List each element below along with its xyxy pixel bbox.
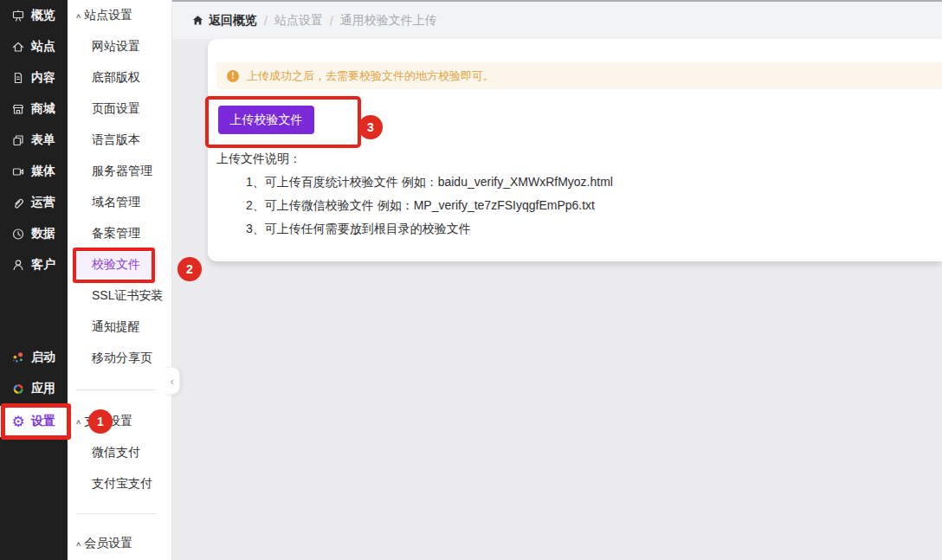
warning-circle-icon: !: [227, 70, 239, 82]
nav-item-operation[interactable]: 运营: [0, 187, 68, 218]
nav-item-content[interactable]: 内容: [0, 62, 68, 93]
main-area: 返回概览 / 站点设置 / 通用校验文件上传 ! 上传成功之后，去需要校验文件的…: [172, 0, 942, 560]
nav-label: 运营: [31, 195, 55, 210]
chevron-left-icon: ‹: [171, 375, 174, 388]
submenu-divider: [76, 389, 156, 390]
submenu-section-member-settings[interactable]: ∧ 会员设置: [68, 528, 171, 559]
nav-item-form[interactable]: 表单: [0, 125, 68, 156]
nav-item-launch[interactable]: 启动: [0, 342, 68, 373]
submenu-item-wechat-pay[interactable]: 微信支付: [68, 437, 171, 468]
annotation-badge-1: 1: [88, 409, 113, 434]
submenu-section-payment-settings[interactable]: ∧ 支付设置: [68, 406, 171, 437]
nav-item-customer[interactable]: 客户: [0, 249, 68, 280]
alert-message: 上传成功之后，去需要校验文件的地方校验即可。: [247, 68, 494, 84]
nav-label: 概览: [31, 8, 55, 23]
paperclip-icon: [11, 196, 25, 209]
breadcrumb-back-link[interactable]: 返回概览: [192, 13, 257, 29]
breadcrumb-separator: /: [264, 14, 268, 28]
launch-dots-icon: [11, 351, 25, 364]
home-filled-icon: [192, 15, 203, 26]
nav-label: 媒体: [31, 164, 55, 179]
submenu-item-server-management[interactable]: 服务器管理: [68, 156, 171, 187]
info-alert: ! 上传成功之后，去需要校验文件的地方校验即可。: [216, 62, 942, 89]
nav-label: 应用: [31, 381, 55, 396]
nav-label: 设置: [31, 414, 55, 429]
nav-item-data[interactable]: 数据: [0, 218, 68, 249]
instruction-line: 2、可上传微信校验文件 例如：MP_verify_te7zFSIyqgfEmPp…: [246, 198, 595, 216]
upload-verify-file-button[interactable]: 上传校验文件: [218, 106, 314, 134]
annotation-badge-2: 2: [177, 257, 202, 281]
nav-item-overview[interactable]: 概览: [0, 0, 68, 31]
caret-up-icon: ∧: [75, 418, 81, 426]
document-icon: [11, 71, 25, 85]
nav-item-site[interactable]: 站点: [0, 31, 68, 62]
submenu-item-domain-management[interactable]: 域名管理: [68, 187, 171, 218]
caret-up-icon: ∧: [75, 540, 81, 548]
nav-item-media[interactable]: 媒体: [0, 156, 68, 187]
submenu-item-verify-file[interactable]: 校验文件: [74, 252, 158, 278]
content-card: ! 上传成功之后，去需要校验文件的地方校验即可。 上传校验文件 上传文件说明： …: [208, 39, 942, 261]
submenu-item-ssl-install[interactable]: SSL证书安装: [68, 280, 171, 312]
instructions-title: 上传文件说明：: [216, 151, 301, 169]
media-video-icon: [11, 164, 25, 178]
nav-item-mall[interactable]: 商城: [0, 93, 68, 125]
submenu-item-alipay[interactable]: 支付宝支付: [68, 468, 171, 499]
nav-item-apps[interactable]: 应用: [0, 373, 68, 404]
app-root: 概览 站点 内容 商城 表单: [0, 0, 942, 560]
breadcrumb-site-settings[interactable]: 站点设置: [274, 13, 323, 29]
submenu-section-title: 站点设置: [84, 8, 132, 23]
nav-item-settings[interactable]: ⚙ 设置: [0, 406, 68, 437]
submenu-item-icp-management[interactable]: 备案管理: [68, 218, 171, 249]
submenu-item-footer-copyright[interactable]: 底部版权: [68, 62, 171, 93]
submenu-item-language-version[interactable]: 语言版本: [68, 125, 171, 156]
primary-sidebar: 概览 站点 内容 商城 表单: [0, 0, 68, 560]
instruction-line: 1、可上传百度统计校验文件 例如：baidu_verify_XMWxRfMyoz…: [246, 175, 613, 192]
secondary-sidebar: ∧ 站点设置 网站设置 底部版权 页面设置 语言版本 服务器管理 域名管理 备案…: [68, 0, 172, 560]
sidebar-collapse-handle[interactable]: ‹: [165, 367, 180, 395]
home-icon: [11, 40, 25, 54]
submenu-item-page-settings[interactable]: 页面设置: [68, 93, 171, 125]
nav-label: 商城: [31, 101, 55, 117]
breadcrumb-back-label: 返回概览: [209, 13, 257, 29]
nav-label: 内容: [31, 70, 55, 86]
apps-pinwheel-icon: [11, 382, 25, 396]
submenu-divider: [76, 513, 156, 514]
caret-up-icon: ∧: [75, 12, 81, 20]
form-copy-icon: [11, 133, 25, 147]
submenu-section-title: 会员设置: [84, 536, 132, 551]
overview-icon: [11, 9, 25, 23]
annotation-badge-3: 3: [358, 115, 383, 139]
submenu-section-site-settings[interactable]: ∧ 站点设置: [68, 0, 171, 31]
nav-label: 启动: [31, 350, 55, 365]
submenu-item-mobile-share-page[interactable]: 移动分享页: [68, 343, 171, 374]
submenu-item-notification[interactable]: 通知提醒: [68, 312, 171, 343]
breadcrumb: 返回概览 / 站点设置 / 通用校验文件上传: [172, 0, 942, 39]
breadcrumb-current-page: 通用校验文件上传: [340, 13, 437, 29]
instruction-line: 3、可上传任何需要放到根目录的校验文件: [246, 222, 471, 239]
nav-label: 站点: [31, 39, 55, 55]
nav-label: 表单: [31, 132, 55, 148]
customer-icon: [11, 258, 25, 272]
primary-sidebar-bottom: 启动 应用 ⚙ 设置: [0, 342, 68, 437]
store-icon: [11, 102, 25, 116]
clock-icon: [11, 227, 25, 241]
breadcrumb-separator: /: [330, 14, 333, 28]
gear-icon: ⚙: [11, 415, 25, 428]
nav-label: 客户: [31, 257, 55, 273]
nav-label: 数据: [31, 226, 55, 241]
submenu-item-website-settings[interactable]: 网站设置: [68, 31, 171, 62]
